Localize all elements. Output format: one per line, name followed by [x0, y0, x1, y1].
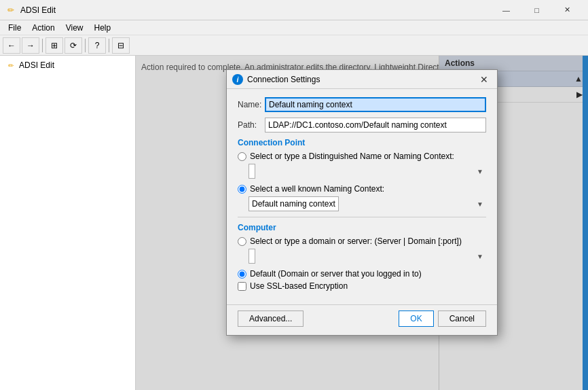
- radio-distinguished-name[interactable]: [238, 152, 246, 161]
- radio-computer-server-row: Select or type a domain or server: (Serv…: [238, 236, 486, 246]
- toolbar-separator-1: [42, 39, 43, 52]
- dialog-title-bar: i Connection Settings ✕: [227, 70, 497, 89]
- menu-file[interactable]: File: [3, 22, 26, 34]
- toolbar-separator-2: [85, 39, 86, 52]
- radio-computer-server-label[interactable]: Select or type a domain or server: (Serv…: [250, 236, 462, 246]
- radio-computer-server[interactable]: [238, 237, 246, 246]
- minimize-button[interactable]: —: [491, 0, 521, 20]
- toolbar: ← → ⊞ ⟳ ? ⊟: [0, 35, 588, 56]
- advanced-button[interactable]: Advanced...: [238, 311, 304, 327]
- naming-context-dropdown-wrapper: Default naming context ▼: [249, 196, 486, 211]
- center-area: Action required to complete. An administ…: [136, 56, 588, 390]
- radio-computer-default-row: Default (Domain or server that you logge…: [238, 269, 486, 279]
- tree-item-label: ADSI Edit: [19, 60, 54, 70]
- main-layout: ✏ ADSI Edit Action required to complete.…: [0, 56, 588, 390]
- ok-button[interactable]: OK: [399, 311, 433, 327]
- distinguished-name-dropdown-arrow: ▼: [477, 168, 483, 175]
- radio-naming-context-row: Select a well known Naming Context:: [238, 184, 486, 194]
- distinguished-name-dropdown-row: ▼: [249, 164, 486, 179]
- connection-point-label: Connection Point: [238, 138, 486, 147]
- toolbar-separator-3: [109, 39, 109, 52]
- ok-cancel-group: OK Cancel: [399, 311, 486, 327]
- close-button[interactable]: ✕: [552, 0, 583, 20]
- app-title: ADSI Edit: [20, 5, 491, 15]
- radio-naming-context-label[interactable]: Select a well known Naming Context:: [250, 184, 384, 194]
- window-controls: — □ ✕: [491, 0, 583, 20]
- computer-server-dropdown-row: ▼: [249, 249, 486, 264]
- path-label: Path:: [238, 120, 265, 130]
- radio-distinguished-name-row: Select or type a Distinguished Name or N…: [238, 152, 486, 161]
- computer-server-dropdown[interactable]: [249, 249, 255, 264]
- back-button[interactable]: ←: [3, 37, 20, 54]
- name-field-row: Name:: [238, 97, 486, 112]
- computer-label: Computer: [238, 223, 486, 232]
- menu-bar: File Action View Help: [0, 20, 588, 35]
- path-input[interactable]: [265, 118, 486, 132]
- naming-context-dropdown[interactable]: Default naming context: [249, 196, 339, 211]
- path-field-row: Path:: [238, 118, 486, 132]
- distinguished-name-dropdown[interactable]: [249, 164, 255, 179]
- dialog-title: Connection Settings: [247, 75, 477, 84]
- refresh-button[interactable]: ⟳: [65, 37, 82, 54]
- distinguished-name-dropdown-wrapper: ▼: [249, 164, 486, 179]
- radio-naming-context[interactable]: [238, 185, 246, 194]
- tree-item-icon: ✏: [5, 60, 16, 71]
- dialog-info-icon: i: [232, 74, 243, 85]
- connection-settings-dialog: i Connection Settings ✕ Name: Path: Conn…: [226, 69, 498, 336]
- computer-server-dropdown-wrapper: ▼: [249, 249, 486, 264]
- ssl-checkbox[interactable]: [238, 282, 246, 291]
- computer-server-dropdown-arrow: ▼: [477, 253, 483, 260]
- section-divider: [238, 217, 486, 217]
- naming-context-dropdown-arrow: ▼: [477, 200, 483, 208]
- name-input[interactable]: [265, 97, 486, 112]
- ssl-checkbox-row: Use SSL-based Encryption: [238, 281, 486, 291]
- help-button[interactable]: ?: [88, 37, 106, 54]
- dialog-body: Name: Path: Connection Point Select or t…: [227, 89, 497, 302]
- naming-context-dropdown-row: Default naming context ▼: [249, 196, 486, 211]
- properties-button[interactable]: ⊟: [112, 37, 130, 54]
- menu-help[interactable]: Help: [89, 22, 117, 34]
- cancel-button[interactable]: Cancel: [438, 311, 486, 327]
- forward-button[interactable]: →: [22, 37, 39, 54]
- title-bar: ✏ ADSI Edit — □ ✕: [0, 0, 588, 20]
- dialog-footer: Advanced... OK Cancel: [227, 304, 497, 335]
- radio-computer-default[interactable]: [238, 270, 246, 279]
- menu-action[interactable]: Action: [26, 22, 60, 34]
- tree-item-adsi-edit[interactable]: ✏ ADSI Edit: [3, 58, 132, 72]
- dialog-close-button[interactable]: ✕: [477, 72, 492, 87]
- up-button[interactable]: ⊞: [45, 37, 63, 54]
- radio-distinguished-name-label[interactable]: Select or type a Distinguished Name or N…: [250, 152, 454, 161]
- ssl-label[interactable]: Use SSL-based Encryption: [250, 281, 348, 291]
- radio-computer-default-label[interactable]: Default (Domain or server that you logge…: [250, 269, 422, 279]
- menu-view[interactable]: View: [60, 22, 89, 34]
- app-icon: ✏: [5, 5, 16, 16]
- name-label: Name:: [238, 100, 265, 109]
- left-panel: ✏ ADSI Edit: [0, 56, 136, 390]
- maximize-button[interactable]: □: [521, 0, 552, 20]
